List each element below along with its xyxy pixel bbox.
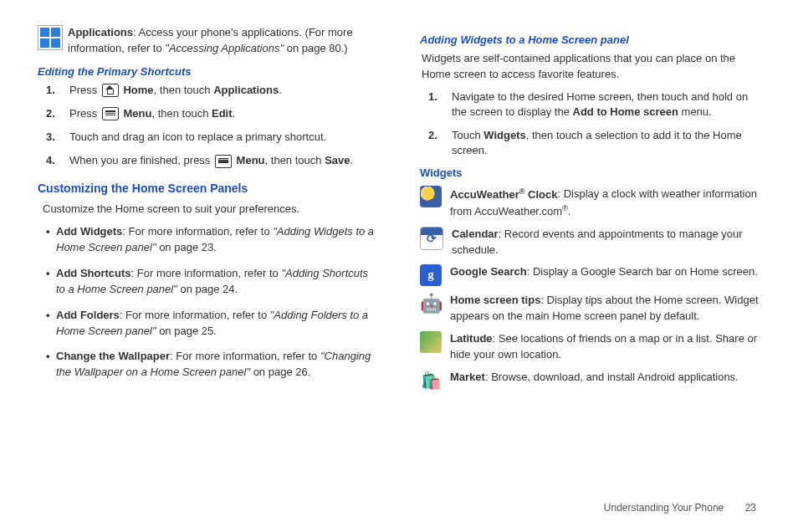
menu-icon — [102, 107, 119, 120]
applications-text: Applications: Access your phone's applic… — [68, 25, 378, 57]
customizing-heading: Customizing the Home Screen Panels — [38, 182, 378, 195]
bullet-change-wallpaper: Change the Wallpaper: For more informati… — [46, 349, 378, 381]
bullet-add-widgets: Add Widgets: For more information, refer… — [46, 224, 378, 256]
widgets-steps: 1. Navigate to the desired Home screen, … — [428, 90, 760, 159]
step-1: 1. Press Home, then touch Applications. — [46, 83, 378, 98]
page-number: 23 — [745, 502, 756, 514]
customize-bullets: Add Widgets: For more information, refer… — [46, 224, 378, 381]
google-icon: g — [420, 264, 442, 286]
bullet-add-folders: Add Folders: For more information, refer… — [46, 308, 378, 340]
widget-accuweather: AccuWeather® Clock: Display a clock with… — [420, 186, 760, 219]
menu-icon — [215, 155, 232, 168]
widget-market: 🛍️ Market: Browse, download, and install… — [420, 370, 760, 391]
step-3: 3. Touch and drag an icon to replace a p… — [46, 130, 378, 145]
widgets-intro: Widgets are self-contained applications … — [422, 51, 760, 83]
market-icon: 🛍️ — [420, 370, 442, 391]
widget-google-search: g Google Search: Display a Google Search… — [420, 264, 760, 286]
accuweather-icon — [420, 186, 442, 207]
widgets-label: Widgets — [420, 166, 760, 179]
right-column: Adding Widgets to a Home Screen panel Wi… — [420, 25, 760, 398]
latitude-icon — [420, 331, 442, 353]
applications-row: Applications: Access your phone's applic… — [38, 25, 378, 57]
step-2: 2. Press Menu, then touch Edit. — [46, 106, 378, 121]
step-4: 4. When you are finished, press Menu, th… — [46, 153, 378, 168]
widget-calendar: ⟳ Calendar: Record events and appointmen… — [420, 227, 760, 258]
editing-shortcuts-heading: Editing the Primary Shortcuts — [38, 65, 378, 78]
left-column: Applications: Access your phone's applic… — [38, 25, 378, 398]
widget-step-2: 2. Touch Widgets, then touch a selection… — [428, 128, 760, 158]
editing-steps-list: 1. Press Home, then touch Applications. … — [46, 83, 378, 169]
applications-icon — [38, 25, 59, 47]
widget-step-1: 1. Navigate to the desired Home screen, … — [428, 90, 760, 120]
footer-section: Understanding Your Phone — [604, 502, 724, 514]
widget-home-tips: 🤖 Home screen tips: Display tips about t… — [420, 293, 760, 325]
calendar-icon: ⟳ — [420, 227, 443, 250]
customizing-intro: Customize the Home screen to suit your p… — [43, 202, 378, 217]
home-icon — [102, 84, 119, 97]
bullet-add-shortcuts: Add Shortcuts: For more information, ref… — [46, 266, 378, 298]
android-icon: 🤖 — [420, 293, 442, 315]
widget-latitude: Latitude: See locations of friends on a … — [420, 331, 760, 363]
page-footer: Understanding Your Phone 23 — [604, 502, 756, 514]
adding-widgets-heading: Adding Widgets to a Home Screen panel — [420, 33, 760, 46]
